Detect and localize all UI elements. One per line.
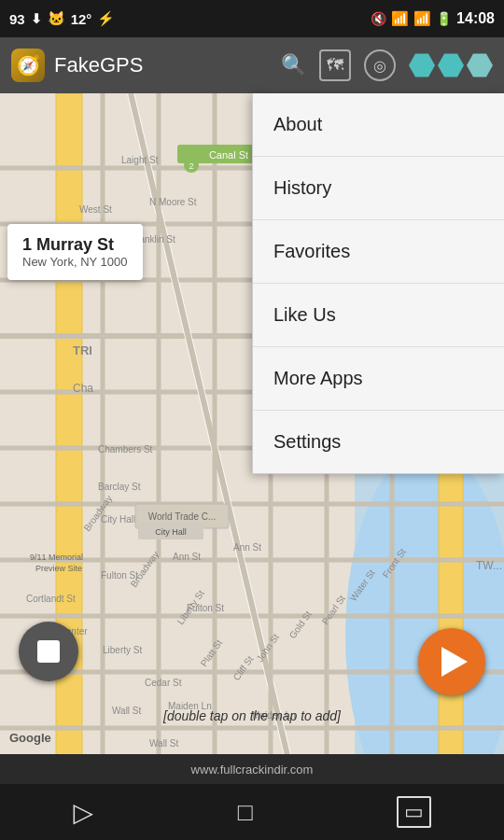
map-hint: [double tap on the map to add]: [0, 708, 504, 723]
svg-text:Cedar St: Cedar St: [145, 678, 182, 688]
hex-decorations: [409, 52, 493, 78]
map-type-button[interactable]: 🗺: [319, 49, 351, 81]
svg-text:N Moore St: N Moore St: [149, 197, 197, 207]
google-logo: Google: [9, 731, 51, 745]
signal-icon: 📶: [413, 10, 431, 27]
url-bar: www.fullcrackindir.com: [0, 754, 504, 784]
svg-text:Canal St: Canal St: [209, 149, 248, 161]
svg-text:Cha: Cha: [73, 382, 93, 395]
download-icon: ⬇: [31, 11, 42, 26]
play-button[interactable]: [418, 628, 485, 695]
signal-strength: 93: [9, 11, 25, 27]
stop-icon: [37, 640, 60, 663]
location-card: 1 Murray St New York, NY 1000: [7, 224, 143, 280]
bottom-nav-bar: ◁ □ ▭: [0, 784, 504, 840]
menu-item-history[interactable]: History: [253, 157, 504, 220]
search-icon[interactable]: 🔍: [281, 53, 306, 77]
status-bar: 93 ⬇ 🐱 12° ⚡ 🔇 📶 📶 🔋 14:08: [0, 0, 504, 37]
menu-item-like-us[interactable]: Like Us: [253, 284, 504, 347]
back-button[interactable]: ◁: [73, 797, 93, 828]
map-icon: 🗺: [327, 56, 343, 76]
svg-text:Ann St: Ann St: [233, 542, 261, 553]
app-bar-icons: 🔍 🗺 ◎: [281, 49, 493, 81]
url-text: www.fullcrackindir.com: [191, 763, 314, 777]
lightning-icon: ⚡: [97, 10, 115, 27]
svg-text:Wall St: Wall St: [149, 738, 179, 749]
status-left: 93 ⬇ 🐱 12° ⚡: [9, 10, 115, 27]
svg-text:Chambers St: Chambers St: [98, 444, 153, 455]
app-bar: 🧭 FakeGPS 🔍 🗺 ◎: [0, 37, 504, 93]
svg-text:Liberty St: Liberty St: [103, 645, 142, 655]
compass-icon: 🧭: [17, 54, 40, 77]
svg-text:World Trade C...: World Trade C...: [148, 511, 217, 522]
hex-3: [467, 52, 493, 78]
svg-text:Laight St: Laight St: [121, 155, 159, 165]
hex-1: [409, 52, 435, 78]
notification-icon: 🐱: [48, 10, 65, 27]
app-logo: 🧭: [11, 49, 45, 82]
layers-icon: ◎: [373, 57, 386, 75]
mute-icon: 🔇: [371, 11, 386, 26]
battery-icon: 🔋: [436, 11, 452, 26]
stop-button[interactable]: [19, 622, 78, 681]
status-right: 🔇 📶 📶 🔋 14:08: [371, 10, 495, 27]
svg-text:Preview Site: Preview Site: [35, 564, 82, 573]
svg-text:9/11 Memorial: 9/11 Memorial: [30, 553, 83, 562]
svg-text:TW...: TW...: [476, 559, 502, 572]
menu-item-settings[interactable]: Settings: [253, 411, 504, 473]
play-icon: [441, 647, 468, 677]
svg-text:Barclay St: Barclay St: [98, 482, 141, 492]
dropdown-menu: About History Favorites Like Us More App…: [252, 93, 504, 474]
layers-button[interactable]: ◎: [364, 49, 396, 81]
svg-text:Ann St: Ann St: [173, 552, 201, 562]
svg-text:West St: West St: [79, 204, 112, 215]
app-title: FakeGPS: [54, 53, 281, 77]
menu-item-about[interactable]: About: [253, 93, 504, 157]
location-subtitle: New York, NY 1000: [22, 255, 128, 269]
recent-apps-button[interactable]: ▭: [397, 796, 431, 828]
svg-text:TRI: TRI: [73, 343, 92, 357]
clock: 14:08: [456, 10, 495, 27]
menu-item-favorites[interactable]: Favorites: [253, 220, 504, 284]
menu-item-more-apps[interactable]: More Apps: [253, 347, 504, 411]
hex-2: [438, 52, 464, 78]
temperature: 12°: [71, 11, 92, 27]
wifi-icon: 📶: [391, 10, 409, 27]
svg-text:2: 2: [189, 161, 193, 171]
svg-text:City Hall: City Hall: [155, 527, 187, 537]
home-button[interactable]: □: [238, 798, 253, 827]
svg-text:Cortlandt St: Cortlandt St: [26, 594, 76, 604]
location-title: 1 Murray St: [22, 235, 128, 255]
